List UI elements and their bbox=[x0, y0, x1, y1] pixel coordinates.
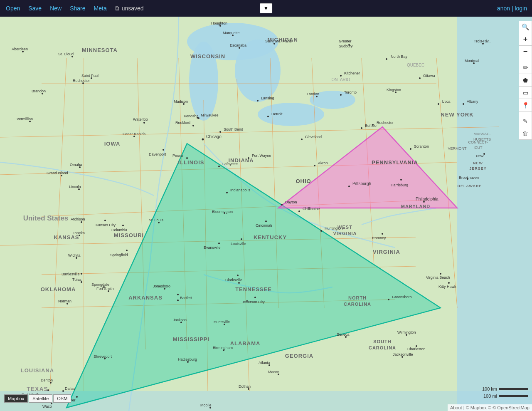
svg-text:Kitchener: Kitchener bbox=[344, 71, 360, 75]
svg-text:Indianapolis: Indianapolis bbox=[230, 188, 251, 192]
meta-button[interactable]: Meta bbox=[93, 3, 108, 13]
svg-point-75 bbox=[340, 94, 342, 96]
draw-line-button[interactable]: ✏ bbox=[519, 62, 532, 74]
svg-text:South Bend: South Bend bbox=[224, 127, 243, 131]
svg-text:ICUT: ICUT bbox=[474, 146, 483, 150]
unsaved-indicator: 🗎 unsaved bbox=[114, 5, 144, 12]
svg-text:CAROLINA: CAROLINA bbox=[344, 302, 371, 307]
save-button[interactable]: Save bbox=[27, 3, 42, 13]
svg-text:Rochester: Rochester bbox=[73, 79, 90, 83]
osm-layer-button[interactable]: OSM bbox=[53, 394, 71, 403]
svg-point-49 bbox=[281, 204, 283, 206]
svg-point-183 bbox=[76, 396, 78, 398]
edit-button[interactable]: ✎ bbox=[519, 115, 532, 127]
ctrl-spacer bbox=[519, 58, 532, 62]
state-label-oklahoma: OKLAHOMA bbox=[41, 286, 76, 292]
svg-text:Birmingham: Birmingham bbox=[213, 346, 233, 350]
svg-point-39 bbox=[301, 139, 303, 140]
svg-text:Atlanta: Atlanta bbox=[259, 361, 270, 365]
zoom-in-button[interactable]: + bbox=[519, 33, 532, 46]
svg-text:Akron: Akron bbox=[318, 161, 328, 165]
svg-point-158 bbox=[177, 294, 179, 295]
unsaved-label: unsaved bbox=[122, 5, 144, 12]
svg-text:Brandon: Brandon bbox=[32, 89, 46, 93]
share-button[interactable]: Share bbox=[69, 3, 86, 13]
svg-point-102 bbox=[382, 233, 383, 235]
svg-point-104 bbox=[126, 250, 128, 251]
svg-point-148 bbox=[81, 273, 82, 275]
zoom-out-button[interactable]: − bbox=[519, 46, 532, 58]
svg-text:Marquette: Marquette bbox=[223, 31, 240, 35]
svg-text:Harrisburg: Harrisburg bbox=[391, 183, 408, 187]
svg-text:Grand Island: Grand Island bbox=[47, 171, 68, 175]
mapbox-attribution: © Mapbox bbox=[466, 405, 487, 410]
svg-text:Toronto: Toronto bbox=[344, 90, 357, 94]
state-label-georgia: GEORGIA bbox=[285, 353, 313, 359]
svg-text:Mobile: Mobile bbox=[200, 403, 212, 407]
svg-text:Dayton: Dayton bbox=[285, 200, 297, 204]
state-label-missouri: MISSOURI bbox=[114, 232, 144, 238]
svg-point-181 bbox=[62, 390, 64, 392]
svg-point-159 bbox=[177, 300, 179, 301]
svg-text:Tulsa: Tulsa bbox=[72, 277, 81, 282]
about-link[interactable]: About bbox=[450, 405, 462, 410]
svg-text:Sudbury: Sudbury bbox=[339, 44, 353, 48]
ontario-label: ONTARIO bbox=[332, 77, 350, 82]
scale-ruler-km bbox=[499, 388, 528, 390]
svg-text:Aberdeen: Aberdeen bbox=[12, 47, 28, 51]
svg-text:Topeka: Topeka bbox=[73, 231, 85, 235]
svg-text:CAROLINA: CAROLINA bbox=[369, 345, 396, 350]
svg-text:North Bay: North Bay bbox=[391, 54, 408, 59]
svg-point-87 bbox=[320, 230, 322, 232]
svg-point-47 bbox=[314, 165, 315, 166]
svg-text:Bloomington: Bloomington bbox=[212, 210, 233, 214]
map-controls: 🔍 + − ✏ ⬟ ▭ 📍 ✎ 🗑 bbox=[519, 21, 532, 140]
svg-text:Huntsville: Huntsville bbox=[214, 320, 230, 324]
svg-text:London: London bbox=[307, 92, 319, 96]
svg-text:Cincinnati: Cincinnati bbox=[256, 223, 272, 228]
svg-text:Buffalo: Buffalo bbox=[365, 124, 377, 128]
satellite-layer-button[interactable]: Satellite bbox=[29, 394, 52, 403]
svg-point-3 bbox=[235, 40, 281, 102]
svg-text:Lansing: Lansing bbox=[261, 96, 274, 100]
delete-button[interactable]: 🗑 bbox=[519, 127, 532, 140]
mapbox-layer-button[interactable]: Mapbox bbox=[4, 394, 28, 403]
svg-text:Saint Ste. Marie: Saint Ste. Marie bbox=[265, 39, 292, 43]
draw-rectangle-button[interactable]: ▭ bbox=[519, 87, 532, 99]
state-label-kentucky: KENTUCKY bbox=[254, 234, 287, 240]
svg-text:St. Cloud: St. Cloud bbox=[58, 52, 74, 56]
map-container[interactable]: MINNESOTA WISCONSIN MICHIGAN IOWA ILLINO… bbox=[0, 17, 532, 411]
scale-bar: 100 km 100 mi bbox=[482, 386, 528, 399]
auth-section[interactable]: anon | login bbox=[497, 5, 527, 12]
svg-text:Vermillion: Vermillion bbox=[17, 117, 33, 121]
svg-text:Waterloo: Waterloo bbox=[133, 117, 148, 121]
svg-text:Saint Paul: Saint Paul bbox=[81, 74, 99, 78]
state-label-tennessee: TENNESSEE bbox=[235, 286, 272, 292]
state-label-northcarolina: NORTH bbox=[348, 295, 367, 300]
layer-switcher: Mapbox Satellite OSM bbox=[4, 394, 71, 403]
svg-text:Charleston: Charleston bbox=[407, 347, 426, 351]
svg-text:JERSEY: JERSEY bbox=[469, 166, 487, 171]
svg-text:Escanaba: Escanaba bbox=[230, 43, 246, 47]
svg-text:Cedar Rapids: Cedar Rapids bbox=[123, 132, 146, 136]
new-button[interactable]: New bbox=[49, 3, 62, 13]
state-label-mississippi: MISSISSIPPI bbox=[173, 336, 209, 342]
svg-text:Hattiesburg: Hattiesburg bbox=[178, 357, 197, 361]
svg-text:VERMONT: VERMONT bbox=[448, 146, 467, 151]
svg-text:Norman: Norman bbox=[58, 299, 71, 303]
svg-text:MASSAC-: MASSAC- bbox=[473, 132, 490, 136]
svg-text:Cleveland: Cleveland bbox=[305, 135, 322, 139]
open-button[interactable]: Open bbox=[5, 3, 21, 13]
city-label-chicago: Chicago bbox=[206, 134, 222, 139]
svg-text:Lafayette: Lafayette bbox=[222, 162, 238, 166]
svg-text:Romney: Romney bbox=[372, 236, 386, 240]
search-button[interactable]: 🔍 bbox=[519, 21, 532, 33]
svg-point-69 bbox=[186, 157, 188, 159]
draw-polygon-button[interactable]: ⬟ bbox=[519, 74, 532, 87]
scale-mi-label: 100 mi bbox=[483, 394, 497, 399]
dropdown-button[interactable]: ▼ bbox=[260, 3, 272, 13]
document-icon: 🗎 bbox=[114, 5, 120, 12]
svg-text:Macon: Macon bbox=[268, 370, 279, 374]
svg-point-128 bbox=[81, 221, 82, 223]
draw-marker-button[interactable]: 📍 bbox=[519, 99, 532, 111]
